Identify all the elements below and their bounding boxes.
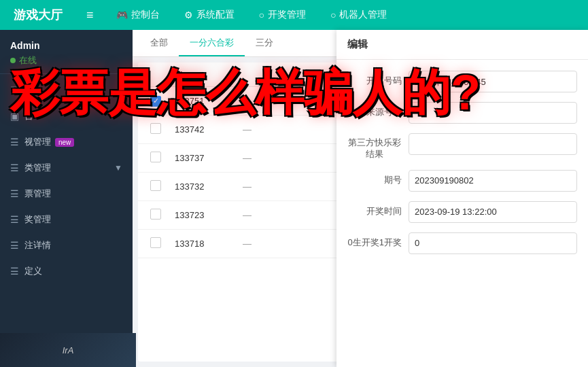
label-status: 0生开奖1开奖 xyxy=(347,232,409,249)
input-status[interactable] xyxy=(409,232,577,254)
checkbox-5[interactable] xyxy=(150,237,161,248)
status-dot-icon xyxy=(10,58,16,63)
tab-yifen-label: 一分六合彩 xyxy=(190,37,234,49)
form-row-lottery-number: 开奖号码 xyxy=(347,71,577,92)
nav-toggle-icon[interactable]: ≡ xyxy=(76,8,104,22)
row-checkbox-0[interactable]: ✓ xyxy=(145,95,169,107)
menu-icon-4: ☰ xyxy=(10,162,19,173)
row-id-5: 133718 xyxy=(169,239,237,249)
user-status-label: 在线 xyxy=(19,54,37,67)
checkbox-4[interactable] xyxy=(150,209,161,220)
new-badge: new xyxy=(55,138,74,147)
nav-item-lottery[interactable]: ○ 开奖管理 xyxy=(247,0,318,30)
nav-item-console[interactable]: 🎮 控制台 xyxy=(104,0,172,30)
tab-all[interactable]: 全部 xyxy=(139,30,179,56)
label-lottery-number: 开奖号码 xyxy=(347,71,409,87)
tab-yifen[interactable]: 一分六合彩 xyxy=(179,30,245,56)
checkbox-1[interactable] xyxy=(150,123,161,134)
nav-item-lottery-label: 开奖管理 xyxy=(268,9,306,21)
nav-item-sysconfig[interactable]: ⚙ 系统配置 xyxy=(172,0,247,30)
sidebar-item-dan[interactable]: ☰ 单 xyxy=(0,77,133,103)
menu-icon-8: ☰ xyxy=(10,266,19,277)
checkbox-2[interactable] xyxy=(150,152,161,162)
row-checkbox-1[interactable] xyxy=(145,123,169,136)
lottery-icon: ○ xyxy=(259,10,264,20)
sidebar-item-tai-label: 台 xyxy=(24,110,33,122)
label-third-party: 第三方快乐彩结果 xyxy=(347,133,409,160)
sidebar-item-piao-guanli[interactable]: ☰ 票管理 xyxy=(0,181,133,207)
robot-icon: ○ xyxy=(330,10,336,20)
menu-icon-7: ☰ xyxy=(10,240,19,251)
nav-item-sysconfig-label: 系统配置 xyxy=(196,9,235,21)
user-name: Admin xyxy=(10,40,122,51)
edit-panel-body: 开奖号码 来源号码 第三方快乐彩结果 期号 开奖时间 0生开奖1开奖 xyxy=(336,60,588,367)
row-checkbox-5[interactable] xyxy=(145,237,169,250)
form-row-third-party: 第三方快乐彩结果 xyxy=(347,133,577,160)
arrow-icon-4: ▼ xyxy=(114,163,122,173)
top-nav: 游戏大厅 ≡ 🎮 控制台 ⚙ 系统配置 ○ 开奖管理 ○ 机器人管理 xyxy=(0,0,588,30)
input-period[interactable] xyxy=(409,170,577,192)
row-checkbox-2[interactable] xyxy=(145,152,169,164)
bottom-watermark: IrA xyxy=(0,333,136,367)
row-id-1: 133742 xyxy=(169,124,237,135)
sidebar-item-lei-label: 类管理 xyxy=(24,162,51,174)
menu-icon-1: ☰ xyxy=(10,85,19,96)
checkbox-0[interactable]: ✓ xyxy=(150,96,161,107)
sidebar-item-tai[interactable]: ▣ 台 xyxy=(0,103,133,129)
tab-all-label: 全部 xyxy=(150,37,168,49)
input-draw-time[interactable] xyxy=(409,201,577,223)
sidebar-item-zhu-xiangqing[interactable]: ☰ 注详情 xyxy=(0,232,133,258)
user-status: 在线 xyxy=(10,54,122,67)
nav-items: 🎮 控制台 ⚙ 系统配置 ○ 开奖管理 ○ 机器人管理 xyxy=(104,0,400,30)
watermark-text: IrA xyxy=(63,345,74,355)
sidebar-item-dingyi[interactable]: ☰ 定义 xyxy=(0,258,133,284)
label-draw-time: 开奖时间 xyxy=(347,201,409,217)
menu-icon-5: ☰ xyxy=(10,188,19,199)
sidebar-item-shi-label: 视管理 xyxy=(24,136,51,148)
form-row-source-number: 来源号码 xyxy=(347,102,577,124)
sidebar-user: Admin 在线 xyxy=(0,30,133,74)
tab-sanfen[interactable]: 三分 xyxy=(245,30,284,56)
th-id: Id xyxy=(169,63,237,86)
input-lottery-number[interactable] xyxy=(409,71,577,92)
menu-icon-2: ▣ xyxy=(10,111,19,122)
form-row-period: 期号 xyxy=(347,170,577,192)
edit-panel: 编辑 开奖号码 来源号码 第三方快乐彩结果 期号 开奖时间 0生开奖1开奖 xyxy=(336,30,588,367)
tab-sanfen-label: 三分 xyxy=(256,37,273,49)
sidebar-item-dingyi-label: 定义 xyxy=(24,265,42,277)
sidebar-item-shi-guanli[interactable]: ☰ 视管理 new xyxy=(0,129,133,155)
row-id-3: 133732 xyxy=(169,181,237,192)
sysconfig-icon: ⚙ xyxy=(184,10,193,20)
menu-icon-6: ☰ xyxy=(10,214,19,225)
input-third-party[interactable] xyxy=(409,133,577,155)
sidebar-item-piao-label: 票管理 xyxy=(24,188,51,200)
input-source-number[interactable] xyxy=(409,102,577,124)
row-id-4: 133723 xyxy=(169,210,237,220)
row-id-0: 133751 xyxy=(169,96,237,106)
sidebar-item-zhu-label: 注详情 xyxy=(24,239,51,251)
label-source-number: 来源号码 xyxy=(347,102,409,118)
th-checkbox xyxy=(145,63,169,86)
sidebar-item-dan-label: 单 xyxy=(24,84,33,97)
edit-panel-title: 编辑 xyxy=(336,30,588,60)
nav-item-console-label: 控制台 xyxy=(131,9,160,21)
checkbox-3[interactable] xyxy=(150,180,161,191)
menu-icon-3: ☰ xyxy=(10,137,19,147)
form-row-status: 0生开奖1开奖 xyxy=(347,232,577,254)
row-checkbox-4[interactable] xyxy=(145,209,169,222)
sidebar-item-lei-guanli[interactable]: ☰ 类管理 ▼ xyxy=(0,155,133,181)
sidebar: Admin 在线 ☰ 单 ▣ 台 ☰ 视管理 new ☰ 类管理 xyxy=(0,30,133,367)
console-icon: 🎮 xyxy=(116,10,128,20)
nav-item-robot[interactable]: ○ 机器人管理 xyxy=(318,0,399,30)
nav-item-robot-label: 机器人管理 xyxy=(339,9,387,21)
app-logo: 游戏大厅 xyxy=(7,7,76,23)
form-row-draw-time: 开奖时间 xyxy=(347,201,577,223)
label-period: 期号 xyxy=(347,170,409,186)
row-checkbox-3[interactable] xyxy=(145,180,169,193)
sidebar-item-jiang-label: 奖管理 xyxy=(24,213,51,226)
sidebar-menu: ☰ 单 ▣ 台 ☰ 视管理 new ☰ 类管理 ▼ ☰ 票管理 ☰ xyxy=(0,74,133,287)
row-id-2: 133737 xyxy=(169,153,237,163)
sidebar-item-jiang-guanli[interactable]: ☰ 奖管理 xyxy=(0,207,133,232)
